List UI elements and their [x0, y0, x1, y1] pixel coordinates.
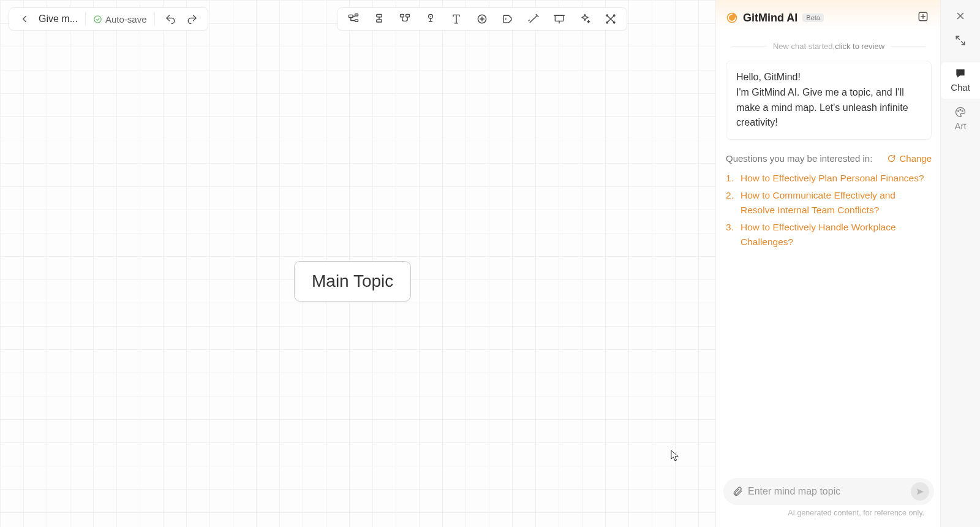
- wand-icon: [527, 13, 540, 25]
- tag-button[interactable]: [497, 9, 519, 29]
- smart-layout-button[interactable]: [522, 9, 545, 29]
- logo-swirl-icon: [726, 12, 738, 24]
- main-topic-label: Main Topic: [312, 271, 393, 290]
- expand-icon: [955, 35, 966, 46]
- change-suggestions-button[interactable]: Change: [887, 153, 932, 164]
- svg-point-21: [962, 111, 963, 112]
- suggestion-text: How to Communicate Effectively and Resol…: [741, 188, 932, 218]
- ai-panel-title: GitMind AI: [743, 12, 797, 25]
- suggestion-item[interactable]: 3. How to Effectively Handle Workplace C…: [726, 219, 932, 251]
- plus-circle-icon: [476, 13, 488, 25]
- svg-point-19: [958, 111, 959, 112]
- suggestion-item[interactable]: 2. How to Communicate Effectively and Re…: [726, 187, 932, 219]
- summary-icon: [424, 13, 437, 25]
- svg-point-9: [430, 16, 431, 17]
- send-button[interactable]: [911, 482, 929, 501]
- add-subtopic-button[interactable]: [342, 9, 364, 29]
- suggestion-number: 3.: [726, 220, 737, 249]
- insert-button[interactable]: [471, 9, 493, 29]
- relationship-button[interactable]: [394, 9, 416, 29]
- suggestion-number: 2.: [726, 188, 737, 218]
- relationship-icon: [399, 13, 411, 25]
- suggestions-list: 1. How to Effectively Plan Personal Fina…: [716, 167, 941, 253]
- attachment-button[interactable]: [732, 486, 743, 497]
- art-palette-icon: [954, 106, 967, 118]
- sibling-icon: [373, 13, 385, 25]
- rail-tab-chat[interactable]: Chat: [941, 63, 980, 99]
- close-icon: [955, 10, 966, 21]
- svg-rect-5: [377, 20, 382, 22]
- divider: [85, 12, 86, 26]
- new-chat-icon: [917, 10, 929, 23]
- ai-disclaimer: AI generated content, for reference only…: [723, 505, 934, 523]
- suggestion-text: How to Effectively Handle Workplace Chal…: [741, 220, 932, 249]
- crossed-tools-icon: [605, 13, 617, 25]
- send-icon: [916, 487, 925, 496]
- text-button[interactable]: [445, 9, 467, 29]
- refresh-icon: [887, 154, 896, 163]
- redo-icon: [187, 13, 198, 25]
- main-topic-node[interactable]: Main Topic: [294, 261, 411, 301]
- redo-button[interactable]: [182, 9, 203, 29]
- subtopic-icon: [347, 13, 360, 25]
- divider: [154, 12, 155, 26]
- presentation-icon: [553, 13, 565, 25]
- mindmap-canvas[interactable]: Main Topic: [0, 0, 715, 527]
- autosave-label: Auto-save: [105, 14, 147, 25]
- close-panel-button[interactable]: [946, 5, 975, 27]
- suggestions-title: Questions you may be interested in:: [726, 153, 872, 164]
- autosave-status[interactable]: Auto-save: [91, 14, 149, 25]
- ai-input-container: [723, 478, 934, 505]
- svg-rect-12: [555, 15, 563, 21]
- header-left: Give m... Auto-save: [9, 7, 208, 31]
- ai-greeting-message: Hello, GitMind! I'm GitMind AI. Give me …: [726, 61, 932, 140]
- chevron-left-icon: [19, 13, 30, 25]
- ai-input-field[interactable]: [743, 486, 911, 497]
- expand-panel-button[interactable]: [946, 29, 975, 51]
- format-painter-button[interactable]: [600, 9, 622, 29]
- beta-badge: Beta: [802, 13, 824, 22]
- presentation-button[interactable]: [548, 9, 570, 29]
- gitmind-logo-icon: [726, 12, 738, 24]
- svg-rect-3: [355, 20, 358, 21]
- new-chat-prefix: New chat started,: [773, 42, 835, 51]
- back-button[interactable]: [14, 9, 35, 29]
- new-chat-button[interactable]: [914, 8, 932, 28]
- suggestion-text: How to Effectively Plan Personal Finance…: [741, 171, 924, 186]
- text-icon: [450, 13, 462, 25]
- document-title[interactable]: Give m...: [36, 13, 80, 25]
- rail-tab-art[interactable]: Art: [941, 101, 980, 137]
- undo-icon: [165, 13, 176, 25]
- add-sibling-button[interactable]: [368, 9, 390, 29]
- change-label: Change: [899, 153, 932, 164]
- svg-rect-2: [355, 14, 358, 16]
- suggestions-header: Questions you may be interested in: Chan…: [716, 148, 941, 167]
- rail-tab-art-label: Art: [954, 121, 966, 131]
- sparkle-icon: [579, 13, 591, 25]
- ai-greeting-line2: I'm GitMind AI. Give me a topic, and I'l…: [736, 85, 921, 131]
- svg-point-0: [94, 15, 101, 22]
- new-chat-divider: New chat started, click to review: [716, 36, 941, 57]
- ai-input-area: AI generated content, for reference only…: [716, 478, 941, 527]
- ai-greeting-line1: Hello, GitMind!: [736, 70, 921, 85]
- right-tool-rail: Chat Art: [940, 0, 980, 527]
- svg-rect-7: [406, 15, 410, 17]
- review-link[interactable]: click to review: [835, 42, 884, 51]
- ai-sparkle-button[interactable]: [574, 9, 596, 29]
- ai-panel: GitMind AI Beta New chat started, click …: [715, 0, 941, 527]
- chat-bubble-icon: [954, 67, 967, 80]
- suggestion-item[interactable]: 1. How to Effectively Plan Personal Fina…: [726, 170, 932, 187]
- svg-point-20: [960, 109, 961, 110]
- check-circle-icon: [93, 15, 102, 24]
- svg-rect-6: [401, 15, 404, 17]
- undo-button[interactable]: [160, 9, 181, 29]
- paperclip-icon: [732, 486, 743, 497]
- summary-button[interactable]: [420, 9, 442, 29]
- suggestion-number: 1.: [726, 171, 737, 186]
- rail-tab-chat-label: Chat: [951, 82, 970, 93]
- ai-panel-header: GitMind AI Beta: [716, 0, 941, 36]
- center-toolbar: [337, 7, 627, 31]
- tag-icon: [502, 13, 514, 25]
- svg-point-11: [505, 18, 507, 20]
